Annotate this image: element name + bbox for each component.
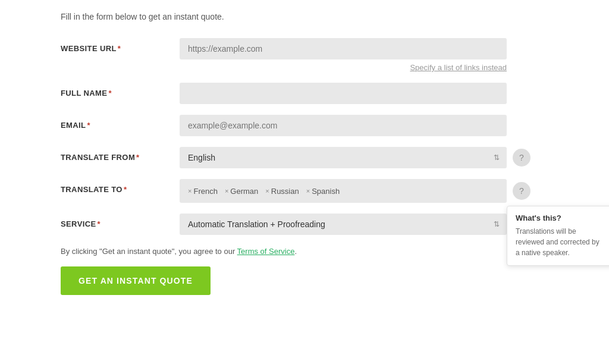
translate-to-with-help: ×French ×German ×Russian ×Spanish ? What… xyxy=(180,179,530,203)
translate-to-help-wrapper: ? What's this? Translations will be revi… xyxy=(513,182,530,200)
intro-text: Fill in the form below to get an instant… xyxy=(61,12,548,21)
translate-from-with-help: English French German Spanish Russian Po… xyxy=(180,147,530,168)
translate-from-select-wrapper: English French German Spanish Russian Po… xyxy=(180,147,507,168)
translate-to-tags-input[interactable]: ×French ×German ×Russian ×Spanish xyxy=(180,179,507,203)
service-with-help: Automatic Translation + Proofreading Hum… xyxy=(180,214,530,235)
email-input[interactable] xyxy=(180,115,507,136)
service-row: SERVICE* Automatic Translation + Proofre… xyxy=(61,214,548,235)
service-label: SERVICE* xyxy=(61,214,180,228)
translate-to-help-button[interactable]: ? xyxy=(513,182,530,200)
service-select-wrapper: Automatic Translation + Proofreading Hum… xyxy=(180,214,507,235)
tooltip-body: Translations will be reviewed and correc… xyxy=(516,226,605,258)
website-url-field: Specify a list of links instead xyxy=(180,38,507,72)
question-icon: ? xyxy=(519,153,524,162)
terms-text: By clicking "Get an instant quote", you … xyxy=(61,247,548,256)
translate-to-tags-field: ×French ×German ×Russian ×Spanish xyxy=(180,179,507,203)
tag-german-remove[interactable]: × xyxy=(225,187,228,194)
question-icon-2: ? xyxy=(519,186,524,196)
tag-french-remove[interactable]: × xyxy=(188,187,192,194)
translate-to-row: TRANSLATE TO* ×French ×German ×Russian ×… xyxy=(61,179,548,203)
tooltip-title: What's this? xyxy=(516,214,605,222)
tag-russian: ×Russian xyxy=(263,186,301,196)
email-field xyxy=(180,115,507,136)
submit-button[interactable]: GET AN INSTANT QUOTE xyxy=(61,266,211,295)
translate-from-help-wrapper: ? xyxy=(513,149,530,167)
website-url-row: WEBSITE URL* Specify a list of links ins… xyxy=(61,38,548,72)
full-name-label: FULL NAME* xyxy=(61,83,180,98)
full-name-field xyxy=(180,83,507,104)
full-name-input[interactable] xyxy=(180,83,507,104)
tag-spanish: ×Spanish xyxy=(304,186,342,196)
full-name-row: FULL NAME* xyxy=(61,83,548,104)
translate-from-select[interactable]: English French German Spanish Russian Po… xyxy=(180,147,507,168)
email-row: EMAIL* xyxy=(61,115,548,136)
translate-from-help-button[interactable]: ? xyxy=(513,149,530,167)
specify-links-link[interactable]: Specify a list of links instead xyxy=(180,63,507,72)
tag-russian-remove[interactable]: × xyxy=(265,187,269,194)
translate-from-row: TRANSLATE FROM* English French German Sp… xyxy=(61,147,548,168)
translate-to-label: TRANSLATE TO* xyxy=(61,179,180,194)
form-actions: By clicking "Get an instant quote", you … xyxy=(61,247,548,295)
website-url-input[interactable] xyxy=(180,38,507,59)
translate-from-label: TRANSLATE FROM* xyxy=(61,147,180,162)
tag-french: ×French xyxy=(186,186,220,196)
tag-spanish-remove[interactable]: × xyxy=(306,187,310,194)
website-url-label: WEBSITE URL* xyxy=(61,38,180,53)
terms-of-service-link[interactable]: Terms of Service xyxy=(237,247,295,256)
tag-german: ×German xyxy=(222,186,260,196)
service-select[interactable]: Automatic Translation + Proofreading Hum… xyxy=(180,214,507,235)
translate-to-tooltip: What's this? Translations will be review… xyxy=(507,206,609,266)
email-label: EMAIL* xyxy=(61,115,180,130)
